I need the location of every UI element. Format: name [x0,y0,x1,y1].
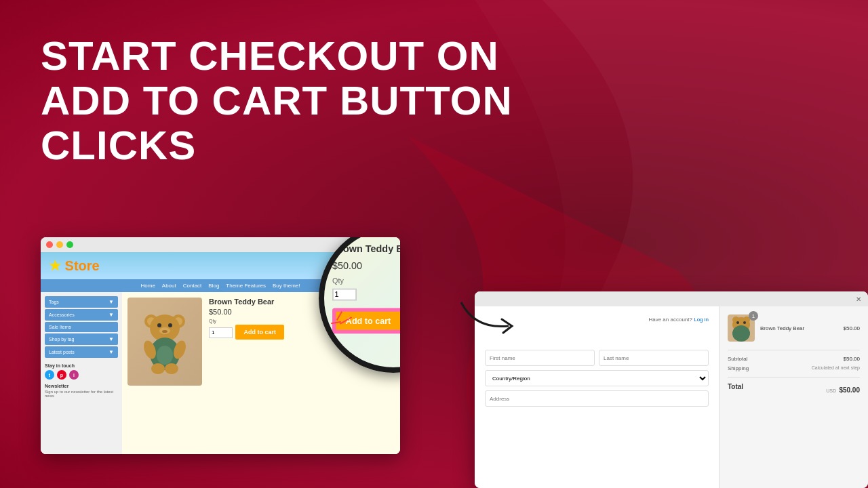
total-value-group: USD $50.00 [826,383,860,395]
subtotal-label: Subtotal [728,356,747,362]
newsletter-label: Newsletter [45,384,118,388]
product-image [127,298,202,386]
total-row: Total USD $50.00 [728,383,860,395]
store-logo: ★ Store [49,258,100,274]
magnify-circle: Brown Teddy Bear $50.00 Qty Add to cart [319,237,400,373]
svg-point-8 [162,330,167,333]
checkout-titlebar: ✕ [475,291,868,306]
svg-point-5 [157,323,161,327]
social-section: Stay in touch t p i [45,363,118,380]
titlebar-dot-red [46,241,53,248]
qty-badge: 1 [749,311,758,321]
pinterest-icon[interactable]: p [57,370,66,380]
svg-point-14 [165,363,178,374]
sidebar-section: Tags ▼ Accessories ▼ Sale Items Shop by … [45,296,118,358]
store-sidebar: Tags ▼ Accessories ▼ Sale Items Shop by … [41,292,122,454]
flow-arrow [454,289,522,346]
newsletter-sub: Sign up to our newsletter for the latest… [45,390,118,398]
headline-line1: START CHECKOUT ON [41,33,499,79]
checkout-login-link[interactable]: Log in [694,317,709,323]
order-divider-1 [728,350,860,350]
last-name-input[interactable] [599,350,709,366]
mag-price: $50.00 [332,260,400,271]
shipping-row: Shipping Calculated at next step [728,365,860,371]
mag-qty-input[interactable] [332,289,357,301]
sidebar-item-latestposts[interactable]: Latest posts ▼ [45,346,118,358]
svg-point-19 [732,325,750,342]
twitter-icon[interactable]: t [45,370,54,380]
order-product-name: Brown Teddy Bear [760,325,838,331]
nav-contact[interactable]: Contact [183,283,202,289]
sidebar-arrow-3: ▼ [108,336,114,342]
product-image-area [127,298,202,386]
shipping-label: Shipping [728,365,749,371]
sidebar-item-tags[interactable]: Tags ▼ [45,296,118,308]
svg-point-13 [151,363,165,374]
svg-point-15 [157,346,173,365]
nav-blog[interactable]: Blog [208,283,219,289]
social-icons: t p i [45,370,118,380]
nav-home[interactable]: Home [140,283,155,289]
svg-point-20 [736,321,739,324]
sidebar-arrow-2: ▼ [108,312,114,318]
mag-title: Brown Teddy Bear [332,243,400,254]
instagram-icon[interactable]: i [69,370,79,380]
sidebar-arrow-4: ▼ [108,349,114,355]
store-screenshot: ★ Store Home About Contact Blog Theme Fe… [41,237,400,454]
first-name-input[interactable] [485,350,595,366]
sidebar-item-accessories[interactable]: Accessories ▼ [45,309,118,321]
svg-point-6 [168,323,172,327]
subtotal-row: Subtotal $50.00 [728,356,860,362]
titlebar-dot-yellow [56,241,63,248]
nav-theme-features[interactable]: Theme Features [226,283,266,289]
checkout-close-icon[interactable]: ✕ [856,296,861,303]
order-summary: 1 Brown Teddy Bear $50.00 Subtotal $50.0… [719,306,868,488]
qty-input[interactable] [209,327,233,338]
nav-buy-theme[interactable]: Buy theme! [273,283,300,289]
order-divider-2 [728,377,860,378]
sidebar-arrow: ▼ [108,299,114,305]
headline: START CHECKOUT ON ADD TO CART BUTTON CLI… [41,34,515,168]
add-to-cart-button[interactable]: Add to cart [235,325,284,340]
address-input[interactable] [485,390,709,407]
main-content: START CHECKOUT ON ADD TO CART BUTTON CLI… [0,0,868,488]
total-value: $50.00 [839,386,860,394]
country-select[interactable]: Country/Region [485,370,709,386]
order-product-price: $50.00 [844,325,860,331]
shipping-value: Calculated at next step [812,365,860,371]
social-label: Stay in touch [45,363,118,368]
mag-qty-label: Qty [332,277,400,285]
subtotal-value: $50.00 [844,356,860,362]
headline-line2: ADD TO CART BUTTON CLICKS [41,78,513,168]
checkout-body: Have an account? Log in Country/Region [475,306,868,488]
order-product-image: 1 [728,314,755,342]
checkout-form-grid: Country/Region [485,350,709,407]
svg-point-21 [743,321,746,324]
order-product-row: 1 Brown Teddy Bear $50.00 [728,314,860,342]
checkout-screenshot: ✕ Have an account? Log in Country/Region [475,291,868,488]
titlebar-dot-green [66,241,73,248]
sidebar-item-sale[interactable]: Sale Items [45,322,118,332]
sidebar-item-shopbytag[interactable]: Shop by tag ▼ [45,333,118,345]
currency-label: USD [826,388,836,393]
nav-about[interactable]: About [162,283,176,289]
total-label: Total [728,383,743,395]
